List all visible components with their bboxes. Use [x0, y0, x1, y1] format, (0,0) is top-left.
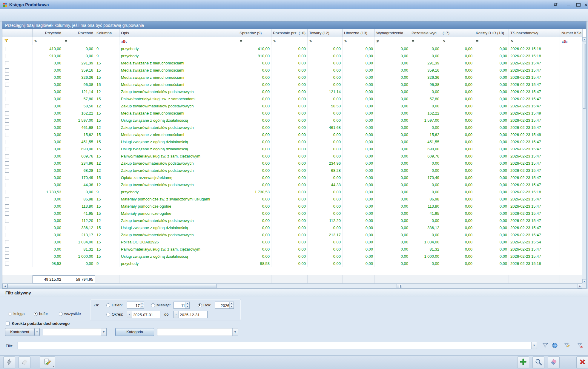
- row-select-cell[interactable]: [2, 81, 12, 88]
- horizontal-scrollbar[interactable]: ◄ ►: [2, 283, 583, 288]
- filter-cell-marker[interactable]: [12, 37, 33, 45]
- filter-operator-icon[interactable]: >: [344, 39, 347, 44]
- filter-cell-towary[interactable]: >: [308, 37, 343, 45]
- table-row[interactable]: 1 730,530,009przychody1 730,530,000,000,…: [2, 189, 583, 196]
- radio-ksiega[interactable]: [8, 312, 12, 316]
- maximize-button[interactable]: [575, 2, 582, 8]
- row-checkbox[interactable]: [5, 161, 9, 166]
- row-select-cell[interactable]: [2, 203, 12, 210]
- filter-cell-opis[interactable]: aBc: [119, 37, 238, 45]
- filter-operator-icon[interactable]: =: [65, 39, 67, 44]
- table-row[interactable]: 0,00170,4915Opłata za rezerwacje/reklamę…: [2, 174, 583, 181]
- row-select-cell[interactable]: [2, 138, 12, 146]
- row-checkbox[interactable]: [5, 61, 9, 65]
- filter-cell-pozostale_prz[interactable]: >: [271, 37, 308, 45]
- chevron-down-icon[interactable]: ▼: [101, 328, 106, 336]
- row-checkbox[interactable]: [5, 90, 9, 94]
- abc-filter-icon[interactable]: aBc: [562, 40, 568, 43]
- radio-miesiac[interactable]: [151, 303, 155, 307]
- row-checkbox[interactable]: [5, 262, 9, 266]
- okres-from-input[interactable]: [133, 311, 160, 318]
- table-row[interactable]: 0,00336,1215Usługi związane z ogólną dzi…: [2, 224, 583, 231]
- chevron-down-icon[interactable]: ▼: [232, 328, 238, 336]
- row-select-cell[interactable]: [2, 224, 12, 231]
- add-button[interactable]: [517, 356, 529, 368]
- row-select-cell[interactable]: [2, 153, 12, 160]
- kategoria-combo[interactable]: ▼: [157, 328, 238, 336]
- row-select-cell[interactable]: [2, 196, 12, 203]
- kategoria-button[interactable]: Kategoria: [115, 328, 154, 336]
- column-header-towary[interactable]: Towary (12): [308, 29, 343, 37]
- radio-bufor[interactable]: [34, 312, 38, 316]
- filter-globe-icon[interactable]: [551, 342, 558, 349]
- table-row[interactable]: 0,00609,7615Paliwo/materiały/usług zw. z…: [2, 153, 583, 160]
- column-header-pozostale_prz[interactable]: Pozostałe prz. (10): [271, 29, 308, 37]
- row-select-cell[interactable]: [2, 246, 12, 253]
- row-checkbox[interactable]: [5, 111, 9, 115]
- row-select-cell[interactable]: [2, 253, 12, 260]
- row-checkbox[interactable]: [5, 233, 9, 237]
- column-header-opis[interactable]: Opis: [119, 29, 238, 37]
- delete-button[interactable]: [548, 356, 560, 368]
- radio-okres[interactable]: [106, 313, 110, 316]
- row-checkbox[interactable]: [5, 75, 9, 80]
- filter-operator-icon[interactable]: >: [309, 39, 312, 44]
- table-row[interactable]: 0,0096,3815Media związane z nieruchomośc…: [2, 81, 583, 88]
- table-row[interactable]: 0,00291,3915Media związane z nieruchomoś…: [2, 60, 583, 67]
- scroll-left-icon[interactable]: ◄: [2, 284, 7, 288]
- scroll-up-icon[interactable]: ▲: [582, 37, 586, 41]
- column-header-pozostale_wyd[interactable]: Pozostałe wyd. ...: [410, 29, 441, 37]
- table-row[interactable]: 0,00326,3615Media związane z nieruchomoś…: [2, 74, 583, 81]
- row-select-cell[interactable]: [2, 45, 12, 53]
- column-header-kolumna[interactable]: Kolumna: [95, 29, 119, 37]
- kontrahent-combo-input[interactable]: [44, 328, 102, 336]
- table-row[interactable]: 0,001 000,0015Usługi związane z ogólną d…: [2, 253, 583, 260]
- row-select-cell[interactable]: [2, 217, 12, 224]
- renumeration-button[interactable]: [3, 356, 15, 368]
- row-filter-funnel-icon[interactable]: [4, 38, 8, 44]
- filter-cell-uboczne[interactable]: >: [343, 37, 375, 45]
- column-header-ts[interactable]: TS bazodanowy: [509, 29, 560, 37]
- row-checkbox[interactable]: [5, 254, 9, 259]
- okres-to-input[interactable]: [179, 311, 207, 318]
- column-header-marker[interactable]: [12, 29, 33, 37]
- filter-cell-sprzedaz[interactable]: =: [238, 37, 271, 45]
- row-checkbox[interactable]: [5, 83, 9, 87]
- vertical-scroll-thumb[interactable]: [583, 44, 586, 109]
- row-checkbox[interactable]: [5, 133, 9, 137]
- column-header-rozchod[interactable]: Rozchód: [63, 29, 95, 37]
- filter-operator-icon[interactable]: =: [412, 39, 414, 44]
- table-row[interactable]: 0,0058,5012Zakup towarów/materiałów pods…: [2, 103, 583, 110]
- radio-rok[interactable]: [198, 303, 202, 307]
- undock-icon[interactable]: [552, 2, 559, 8]
- spinner-arrows-icon[interactable]: ▲▼: [140, 302, 144, 308]
- table-row[interactable]: 0,00690,0015Usługi związane z ogólną dzi…: [2, 146, 583, 153]
- row-select-cell[interactable]: [2, 95, 12, 103]
- filter-cell-pozostale_wyd[interactable]: =: [410, 37, 441, 45]
- row-checkbox[interactable]: [5, 68, 9, 72]
- filter-funnel-icon[interactable]: [542, 342, 549, 349]
- table-row[interactable]: 0,00461,6812Zakup towarów/materiałów pod…: [2, 124, 583, 131]
- filter-operator-icon[interactable]: >: [511, 39, 513, 44]
- filter-clear-icon[interactable]: [577, 342, 584, 349]
- column-header-uboczne[interactable]: Uboczne (13): [343, 29, 375, 37]
- dzien-input[interactable]: [128, 302, 140, 309]
- kontrahent-combo[interactable]: ▼: [43, 328, 107, 336]
- kategoria-combo-input[interactable]: [159, 328, 233, 336]
- table-row[interactable]: 0,00359,1615Media związane z nieruchomoś…: [2, 67, 583, 74]
- dzien-spinner[interactable]: ▲▼: [127, 302, 144, 309]
- close-window-button[interactable]: ×: [583, 2, 588, 8]
- spinner-arrows-icon[interactable]: ▲▼: [229, 302, 234, 308]
- kontrahent-button[interactable]: Kontrahent ▾: [5, 328, 34, 336]
- row-select-cell[interactable]: [2, 174, 12, 181]
- row-checkbox[interactable]: [5, 47, 9, 51]
- column-header-wynagrodzenia[interactable]: Wynagrodzenia ...: [375, 29, 410, 37]
- row-select-cell[interactable]: [2, 231, 12, 239]
- row-select-cell[interactable]: [2, 260, 12, 267]
- dropdown-arrow-icon[interactable]: ▾: [53, 365, 54, 368]
- row-select-cell[interactable]: [2, 160, 12, 167]
- filter-operator-icon[interactable]: >: [34, 39, 37, 44]
- close-button[interactable]: [576, 356, 588, 368]
- filter-cell-rozchod[interactable]: =: [63, 37, 95, 45]
- row-checkbox[interactable]: [5, 219, 9, 223]
